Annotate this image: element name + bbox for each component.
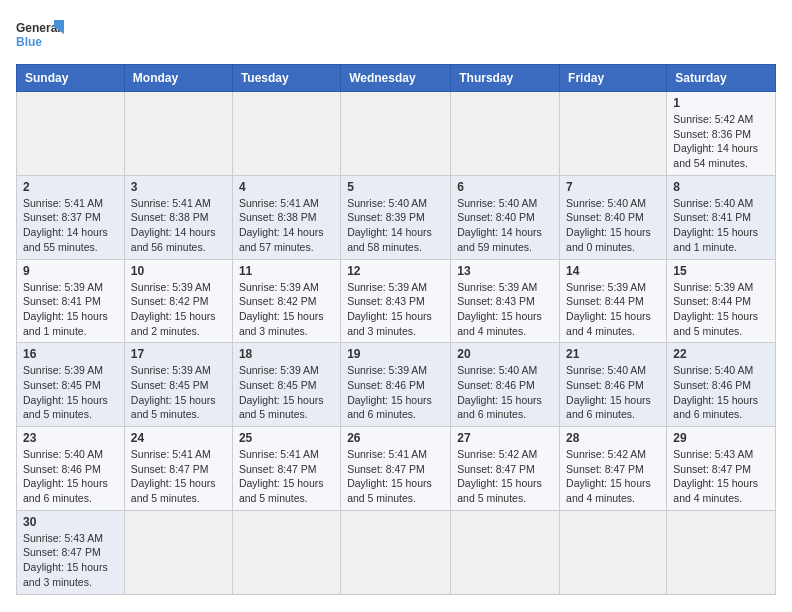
calendar-cell: 16Sunrise: 5:39 AM Sunset: 8:45 PM Dayli… xyxy=(17,343,125,427)
day-number: 11 xyxy=(239,264,334,278)
logo: General Blue xyxy=(16,16,66,58)
calendar-cell: 14Sunrise: 5:39 AM Sunset: 8:44 PM Dayli… xyxy=(560,259,667,343)
day-number: 20 xyxy=(457,347,553,361)
day-of-week-header: Wednesday xyxy=(341,65,451,92)
calendar-week-row: 16Sunrise: 5:39 AM Sunset: 8:45 PM Dayli… xyxy=(17,343,776,427)
day-of-week-header: Tuesday xyxy=(232,65,340,92)
calendar-cell: 7Sunrise: 5:40 AM Sunset: 8:40 PM Daylig… xyxy=(560,175,667,259)
calendar-cell: 15Sunrise: 5:39 AM Sunset: 8:44 PM Dayli… xyxy=(667,259,776,343)
calendar-cell: 22Sunrise: 5:40 AM Sunset: 8:46 PM Dayli… xyxy=(667,343,776,427)
day-info: Sunrise: 5:40 AM Sunset: 8:39 PM Dayligh… xyxy=(347,196,444,255)
calendar-cell: 24Sunrise: 5:41 AM Sunset: 8:47 PM Dayli… xyxy=(124,427,232,511)
calendar-cell: 5Sunrise: 5:40 AM Sunset: 8:39 PM Daylig… xyxy=(341,175,451,259)
day-info: Sunrise: 5:43 AM Sunset: 8:47 PM Dayligh… xyxy=(23,531,118,590)
day-info: Sunrise: 5:41 AM Sunset: 8:38 PM Dayligh… xyxy=(131,196,226,255)
day-number: 2 xyxy=(23,180,118,194)
day-info: Sunrise: 5:41 AM Sunset: 8:47 PM Dayligh… xyxy=(347,447,444,506)
day-number: 29 xyxy=(673,431,769,445)
calendar-week-row: 2Sunrise: 5:41 AM Sunset: 8:37 PM Daylig… xyxy=(17,175,776,259)
day-number: 25 xyxy=(239,431,334,445)
day-of-week-header: Thursday xyxy=(451,65,560,92)
day-info: Sunrise: 5:41 AM Sunset: 8:47 PM Dayligh… xyxy=(131,447,226,506)
calendar-cell xyxy=(232,510,340,594)
day-info: Sunrise: 5:40 AM Sunset: 8:46 PM Dayligh… xyxy=(566,363,660,422)
calendar-cell: 28Sunrise: 5:42 AM Sunset: 8:47 PM Dayli… xyxy=(560,427,667,511)
calendar-cell: 23Sunrise: 5:40 AM Sunset: 8:46 PM Dayli… xyxy=(17,427,125,511)
day-info: Sunrise: 5:42 AM Sunset: 8:36 PM Dayligh… xyxy=(673,112,769,171)
calendar-cell xyxy=(560,92,667,176)
day-number: 16 xyxy=(23,347,118,361)
day-number: 15 xyxy=(673,264,769,278)
day-info: Sunrise: 5:39 AM Sunset: 8:42 PM Dayligh… xyxy=(239,280,334,339)
day-number: 8 xyxy=(673,180,769,194)
calendar-header-row: SundayMondayTuesdayWednesdayThursdayFrid… xyxy=(17,65,776,92)
day-info: Sunrise: 5:39 AM Sunset: 8:41 PM Dayligh… xyxy=(23,280,118,339)
day-number: 19 xyxy=(347,347,444,361)
day-info: Sunrise: 5:41 AM Sunset: 8:38 PM Dayligh… xyxy=(239,196,334,255)
day-info: Sunrise: 5:41 AM Sunset: 8:37 PM Dayligh… xyxy=(23,196,118,255)
day-info: Sunrise: 5:39 AM Sunset: 8:44 PM Dayligh… xyxy=(673,280,769,339)
calendar-cell xyxy=(124,92,232,176)
calendar-cell: 29Sunrise: 5:43 AM Sunset: 8:47 PM Dayli… xyxy=(667,427,776,511)
day-number: 13 xyxy=(457,264,553,278)
day-info: Sunrise: 5:40 AM Sunset: 8:46 PM Dayligh… xyxy=(23,447,118,506)
day-info: Sunrise: 5:42 AM Sunset: 8:47 PM Dayligh… xyxy=(457,447,553,506)
calendar-cell: 4Sunrise: 5:41 AM Sunset: 8:38 PM Daylig… xyxy=(232,175,340,259)
calendar-cell: 18Sunrise: 5:39 AM Sunset: 8:45 PM Dayli… xyxy=(232,343,340,427)
calendar-cell: 30Sunrise: 5:43 AM Sunset: 8:47 PM Dayli… xyxy=(17,510,125,594)
calendar-week-row: 9Sunrise: 5:39 AM Sunset: 8:41 PM Daylig… xyxy=(17,259,776,343)
calendar-week-row: 23Sunrise: 5:40 AM Sunset: 8:46 PM Dayli… xyxy=(17,427,776,511)
calendar-cell: 11Sunrise: 5:39 AM Sunset: 8:42 PM Dayli… xyxy=(232,259,340,343)
logo-svg: General Blue xyxy=(16,16,66,58)
day-info: Sunrise: 5:39 AM Sunset: 8:45 PM Dayligh… xyxy=(23,363,118,422)
calendar-cell: 1Sunrise: 5:42 AM Sunset: 8:36 PM Daylig… xyxy=(667,92,776,176)
day-info: Sunrise: 5:39 AM Sunset: 8:46 PM Dayligh… xyxy=(347,363,444,422)
day-number: 12 xyxy=(347,264,444,278)
calendar-cell: 26Sunrise: 5:41 AM Sunset: 8:47 PM Dayli… xyxy=(341,427,451,511)
calendar-cell: 20Sunrise: 5:40 AM Sunset: 8:46 PM Dayli… xyxy=(451,343,560,427)
day-info: Sunrise: 5:39 AM Sunset: 8:45 PM Dayligh… xyxy=(239,363,334,422)
day-info: Sunrise: 5:43 AM Sunset: 8:47 PM Dayligh… xyxy=(673,447,769,506)
day-of-week-header: Friday xyxy=(560,65,667,92)
day-number: 4 xyxy=(239,180,334,194)
calendar-cell: 9Sunrise: 5:39 AM Sunset: 8:41 PM Daylig… xyxy=(17,259,125,343)
day-info: Sunrise: 5:39 AM Sunset: 8:43 PM Dayligh… xyxy=(347,280,444,339)
calendar-week-row: 1Sunrise: 5:42 AM Sunset: 8:36 PM Daylig… xyxy=(17,92,776,176)
svg-text:General: General xyxy=(16,21,61,35)
day-number: 18 xyxy=(239,347,334,361)
day-number: 23 xyxy=(23,431,118,445)
calendar-cell: 6Sunrise: 5:40 AM Sunset: 8:40 PM Daylig… xyxy=(451,175,560,259)
calendar-cell xyxy=(667,510,776,594)
day-number: 24 xyxy=(131,431,226,445)
day-number: 5 xyxy=(347,180,444,194)
calendar-cell xyxy=(451,510,560,594)
calendar-cell: 3Sunrise: 5:41 AM Sunset: 8:38 PM Daylig… xyxy=(124,175,232,259)
calendar-cell: 13Sunrise: 5:39 AM Sunset: 8:43 PM Dayli… xyxy=(451,259,560,343)
day-number: 26 xyxy=(347,431,444,445)
day-number: 14 xyxy=(566,264,660,278)
day-info: Sunrise: 5:42 AM Sunset: 8:47 PM Dayligh… xyxy=(566,447,660,506)
day-info: Sunrise: 5:41 AM Sunset: 8:47 PM Dayligh… xyxy=(239,447,334,506)
day-number: 7 xyxy=(566,180,660,194)
day-number: 30 xyxy=(23,515,118,529)
day-info: Sunrise: 5:40 AM Sunset: 8:41 PM Dayligh… xyxy=(673,196,769,255)
day-number: 6 xyxy=(457,180,553,194)
calendar-cell: 2Sunrise: 5:41 AM Sunset: 8:37 PM Daylig… xyxy=(17,175,125,259)
day-number: 22 xyxy=(673,347,769,361)
day-info: Sunrise: 5:39 AM Sunset: 8:45 PM Dayligh… xyxy=(131,363,226,422)
day-number: 3 xyxy=(131,180,226,194)
page-header: General Blue xyxy=(16,16,776,58)
calendar-table: SundayMondayTuesdayWednesdayThursdayFrid… xyxy=(16,64,776,595)
calendar-cell: 21Sunrise: 5:40 AM Sunset: 8:46 PM Dayli… xyxy=(560,343,667,427)
calendar-cell xyxy=(232,92,340,176)
day-number: 28 xyxy=(566,431,660,445)
calendar-week-row: 30Sunrise: 5:43 AM Sunset: 8:47 PM Dayli… xyxy=(17,510,776,594)
day-number: 21 xyxy=(566,347,660,361)
day-number: 27 xyxy=(457,431,553,445)
day-number: 9 xyxy=(23,264,118,278)
day-number: 10 xyxy=(131,264,226,278)
day-info: Sunrise: 5:40 AM Sunset: 8:46 PM Dayligh… xyxy=(457,363,553,422)
day-info: Sunrise: 5:40 AM Sunset: 8:46 PM Dayligh… xyxy=(673,363,769,422)
calendar-cell xyxy=(124,510,232,594)
day-info: Sunrise: 5:39 AM Sunset: 8:42 PM Dayligh… xyxy=(131,280,226,339)
